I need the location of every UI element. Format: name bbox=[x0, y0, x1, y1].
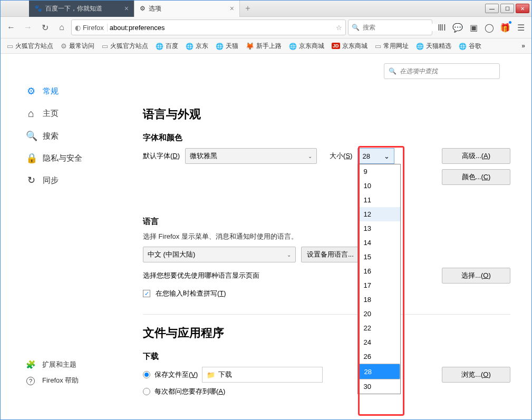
menu-button[interactable]: ☰ bbox=[514, 20, 528, 35]
bookmark-item[interactable]: 🦊新手上路 bbox=[243, 40, 285, 52]
globe-icon bbox=[459, 42, 467, 50]
bookmark-item[interactable]: 谷歌 bbox=[456, 40, 485, 52]
chevron-down-icon: ⌄ bbox=[287, 252, 291, 258]
search-input[interactable] bbox=[363, 24, 442, 31]
maximize-button[interactable]: ☐ bbox=[500, 4, 514, 13]
url-input[interactable] bbox=[110, 24, 334, 32]
browse-download-folder-button[interactable]: 浏览...(O) bbox=[442, 367, 510, 383]
tab-title: 选项 bbox=[149, 4, 161, 13]
set-alternatives-button[interactable]: 设置备用语言... bbox=[301, 247, 360, 262]
globe-icon bbox=[416, 42, 424, 50]
colors-button[interactable]: 颜色...(C) bbox=[442, 169, 510, 185]
browser-tab-preferences[interactable]: 选项 × bbox=[134, 1, 240, 17]
bookmark-item[interactable]: ▭火狐官方站点 bbox=[4, 40, 56, 52]
language-description: 选择 Firefox 显示菜单、消息和通知时使用的语言。 bbox=[143, 232, 510, 241]
sidebar-item-sync[interactable]: 同步 bbox=[26, 169, 132, 191]
bookmark-item[interactable]: 天猫精选 bbox=[413, 40, 454, 52]
advanced-fonts-button[interactable]: 高级...(A) bbox=[442, 148, 510, 164]
section-heading-files-apps: 文件与应用程序 bbox=[143, 325, 510, 341]
identity-box[interactable]: ◐ Firefox bbox=[75, 24, 108, 32]
default-font-label: 默认字体(D) bbox=[143, 151, 180, 161]
default-font-select[interactable]: 微软雅黑 ⌄ bbox=[185, 148, 317, 164]
bookmarks-overflow-button[interactable]: » bbox=[518, 42, 528, 50]
bookmark-star-icon[interactable]: ☆ bbox=[336, 24, 342, 32]
bookmark-item[interactable]: 最常访问 bbox=[57, 40, 98, 52]
url-bar[interactable]: ◐ Firefox ☆ bbox=[71, 19, 346, 35]
chat-icon[interactable]: 💬 bbox=[450, 20, 465, 35]
font-size-option[interactable]: 15 bbox=[358, 250, 400, 264]
firefox-icon: ◐ bbox=[75, 24, 81, 32]
font-size-option[interactable]: 12 bbox=[358, 207, 400, 221]
font-size-option[interactable]: 11 bbox=[358, 193, 400, 207]
font-size-option[interactable]: 30 bbox=[358, 379, 400, 394]
bookmark-item[interactable]: 京东商城 bbox=[286, 40, 327, 52]
close-tab-icon[interactable]: × bbox=[124, 4, 129, 13]
folder-icon: ▭ bbox=[102, 42, 108, 50]
navigation-toolbar: ← → ↻ ⌂ ◐ Firefox ☆ 🔍 ⅢⅠ 💬 ▣ ◯ 🎁 ☰ bbox=[1, 17, 531, 38]
bookmark-item[interactable]: ▭常用网址 bbox=[372, 40, 412, 52]
font-size-option[interactable]: 24 bbox=[358, 335, 400, 349]
sidebar-item-home[interactable]: 主页 bbox=[26, 102, 132, 125]
font-size-select[interactable]: 28 ⌄ bbox=[357, 148, 394, 164]
library-icon[interactable]: ⅢⅠ bbox=[434, 20, 449, 35]
spellcheck-checkbox[interactable]: ✓ bbox=[143, 290, 150, 297]
preferences-sidebar: 常规 主页 🔍搜索 🔒隐私与安全 同步 🧩扩展和主题 Firefox 帮助 bbox=[1, 54, 132, 419]
display-language-select[interactable]: 中文 (中国大陆) ⌄ bbox=[143, 247, 296, 262]
always-ask-radio[interactable] bbox=[143, 388, 150, 395]
sidebar-item-general[interactable]: 常规 bbox=[26, 80, 132, 102]
bookmark-item[interactable]: 百度 bbox=[152, 40, 181, 52]
browser-tab-baidu[interactable]: 🐾 百度一下，你就知道 × bbox=[29, 1, 134, 17]
close-tab-icon[interactable]: × bbox=[230, 4, 234, 13]
gear-icon bbox=[26, 85, 36, 97]
bookmark-item[interactable]: JD京东商城 bbox=[328, 40, 371, 52]
back-button[interactable]: ← bbox=[4, 20, 18, 35]
font-size-option[interactable]: 9 bbox=[358, 164, 400, 179]
bookmark-item[interactable]: 京东 bbox=[182, 40, 211, 52]
gift-icon[interactable]: 🎁 bbox=[498, 20, 512, 35]
reload-button[interactable]: ↻ bbox=[37, 20, 52, 35]
sidebar-item-privacy[interactable]: 🔒隐私与安全 bbox=[26, 147, 132, 169]
chevron-down-icon: ⌄ bbox=[384, 152, 390, 160]
find-in-options[interactable]: 🔍 bbox=[384, 63, 500, 79]
bookmark-item[interactable]: 天猫 bbox=[212, 40, 241, 52]
choose-language-button[interactable]: 选择...(O) bbox=[442, 268, 510, 284]
preferences-page: 常规 主页 🔍搜索 🔒隐私与安全 同步 🧩扩展和主题 Firefox 帮助 🔍 … bbox=[1, 54, 531, 419]
subsection-download: 下载 bbox=[143, 351, 510, 362]
close-window-button[interactable]: ✕ bbox=[516, 4, 529, 13]
sidebar-item-search[interactable]: 🔍搜索 bbox=[26, 125, 132, 147]
section-heading-language-appearance: 语言与外观 bbox=[143, 106, 510, 122]
home-button[interactable]: ⌂ bbox=[54, 20, 69, 35]
account-icon[interactable]: ◯ bbox=[482, 20, 497, 35]
font-size-option[interactable]: 17 bbox=[358, 278, 400, 292]
font-size-option[interactable]: 18 bbox=[358, 292, 400, 307]
sidebar-item-addons[interactable]: 🧩扩展和主题 bbox=[25, 357, 79, 373]
font-size-option[interactable]: 20 bbox=[358, 307, 400, 321]
identity-label: Firefox bbox=[83, 24, 104, 32]
help-icon bbox=[25, 376, 36, 385]
font-size-option[interactable]: 14 bbox=[358, 236, 400, 250]
font-size-dropdown[interactable]: 9101112131415161718202224262830 bbox=[357, 164, 401, 394]
font-size-select-wrap: 28 ⌄ 9101112131415161718202224262830 bbox=[357, 148, 394, 164]
sidebar-item-help[interactable]: Firefox 帮助 bbox=[25, 373, 79, 388]
chevron-down-icon: ⌄ bbox=[308, 153, 312, 159]
search-icon: 🔍 bbox=[389, 67, 396, 75]
font-size-option[interactable]: 13 bbox=[358, 221, 400, 236]
home-icon bbox=[26, 108, 36, 120]
font-size-option[interactable]: 10 bbox=[358, 179, 400, 193]
font-size-option[interactable]: 26 bbox=[358, 349, 400, 364]
search-bar[interactable]: 🔍 bbox=[348, 19, 432, 35]
tab-title: 百度一下，你就知道 bbox=[45, 4, 102, 13]
find-in-options-input[interactable] bbox=[400, 67, 495, 75]
new-tab-button[interactable]: + bbox=[240, 1, 256, 17]
font-size-option[interactable]: 22 bbox=[358, 321, 400, 335]
globe-icon bbox=[289, 42, 297, 50]
subsection-fonts-colors: 字体和颜色 bbox=[143, 133, 510, 143]
font-size-option[interactable]: 28 bbox=[358, 364, 400, 379]
puzzle-icon: 🧩 bbox=[25, 360, 36, 369]
minimize-button[interactable]: — bbox=[485, 4, 499, 13]
save-files-to-radio[interactable] bbox=[143, 371, 150, 378]
font-size-option[interactable]: 16 bbox=[358, 264, 400, 278]
bookmark-item[interactable]: ▭火狐官方站点 bbox=[99, 40, 151, 52]
preferences-content: 🔍 语言与外观 字体和颜色 默认字体(D) 微软雅黑 ⌄ 大小(S) 28 ⌄ … bbox=[132, 54, 531, 419]
sidebar-icon[interactable]: ▣ bbox=[466, 20, 481, 35]
